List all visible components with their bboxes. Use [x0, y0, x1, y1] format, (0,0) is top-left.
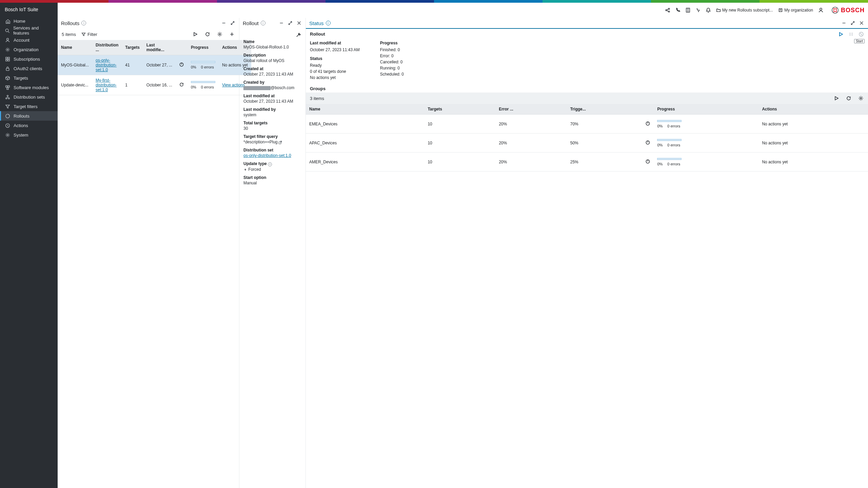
progress-scheduled: Scheduled: 0 — [380, 71, 404, 77]
notifications-icon[interactable] — [704, 6, 713, 15]
table-row[interactable]: AMER_Devices1020%25%0%0 errorsNo actions… — [306, 152, 868, 171]
profile-icon[interactable] — [816, 6, 825, 15]
column-header[interactable]: Error ... — [495, 104, 567, 115]
stop-rollout-icon[interactable] — [859, 32, 864, 38]
status-panel: Status i Rollout — [306, 18, 868, 488]
expand-icon[interactable] — [287, 20, 293, 26]
organization-selector[interactable]: My organization — [776, 6, 815, 15]
play-icon[interactable] — [192, 31, 198, 37]
table-row[interactable]: EMEA_Devices1020%70%0%0 errorsNo actions… — [306, 115, 868, 134]
edit-icon[interactable] — [295, 32, 301, 38]
filter-label: Filter — [87, 32, 97, 37]
search-icon — [5, 28, 10, 33]
sidebar-item-account[interactable]: Account — [0, 35, 58, 45]
dist-link[interactable]: os-only-distribution-set:1.0 — [96, 58, 117, 72]
close-icon[interactable] — [296, 20, 302, 26]
rollouts-count: 5 items — [62, 32, 76, 37]
refresh-icon[interactable] — [846, 95, 852, 101]
sidebar-item-oauth2-clients[interactable]: OAuth2 clients — [0, 64, 58, 73]
phone-icon[interactable] — [673, 6, 682, 15]
refresh-icon[interactable] — [204, 31, 211, 37]
column-header[interactable] — [642, 104, 654, 115]
cell-trigger: 50% — [567, 134, 642, 152]
sidebar-item-distribution-sets[interactable]: Distribution sets — [0, 92, 58, 102]
column-header[interactable]: Last modifie... — [143, 40, 176, 55]
column-header[interactable]: Actions — [758, 104, 868, 115]
cell-actions: No actions yet — [758, 115, 868, 134]
start-rollout-icon[interactable] — [838, 32, 844, 38]
settings-icon[interactable] — [217, 31, 223, 37]
share-icon[interactable] — [663, 6, 672, 15]
filter-button[interactable]: Filter — [81, 32, 97, 37]
field-label: Target filter query — [243, 134, 301, 139]
sidebar-item-target-filters[interactable]: Target filters — [0, 102, 58, 111]
field-label: Progress — [380, 40, 404, 46]
pause-rollout-icon[interactable] — [848, 32, 854, 38]
minimize-icon[interactable] — [841, 20, 847, 26]
sidebar-item-targets[interactable]: Targets — [0, 73, 58, 83]
external-link-icon[interactable] — [278, 141, 282, 144]
sidebar-item-label: Subscriptions — [14, 57, 40, 62]
minimize-icon[interactable] — [278, 20, 284, 26]
subscription-selector[interactable]: My new Rollouts subscript... — [714, 6, 775, 15]
docs-icon[interactable] — [684, 6, 692, 15]
expand-icon[interactable] — [230, 20, 236, 26]
column-header[interactable]: Progress — [188, 40, 219, 55]
minimize-icon[interactable] — [221, 20, 227, 26]
column-header[interactable]: Trigge... — [567, 104, 642, 115]
expand-icon[interactable] — [850, 20, 856, 26]
info-icon[interactable]: i — [81, 21, 86, 25]
info-icon[interactable]: i — [326, 21, 331, 25]
rollout-description: Global rollout of MyOS — [243, 58, 301, 63]
funnel-icon — [5, 104, 10, 109]
sidebar-nav: HomeServices and featuresAccountOrganiza… — [0, 16, 58, 140]
cell-status — [176, 55, 188, 75]
settings-icon[interactable] — [858, 95, 864, 101]
play-icon[interactable] — [833, 95, 840, 101]
cell-name: EMEA_Devices — [306, 115, 424, 134]
add-icon[interactable] — [229, 31, 235, 37]
sidebar-item-software-modules[interactable]: Software modules — [0, 83, 58, 92]
dist-link[interactable]: My-first-distribution-set:1.0 — [96, 78, 117, 92]
close-icon[interactable] — [859, 20, 865, 26]
gear-icon — [5, 47, 10, 52]
status-done: 0 of 41 targets done — [310, 68, 360, 75]
rollout-icon — [5, 113, 10, 119]
table-row[interactable]: Update-devic...My-first-distribution-set… — [58, 75, 251, 95]
sidebar-item-organization[interactable]: Organization — [0, 45, 58, 54]
cell-status — [642, 134, 654, 152]
cell-dist: My-first-distribution-set:1.0 — [92, 75, 122, 95]
cell-trigger: 25% — [567, 152, 642, 171]
column-header[interactable]: Distribution ... — [92, 40, 122, 55]
info-icon[interactable]: i — [268, 162, 272, 166]
sidebar-item-services-and-features[interactable]: Services and features — [0, 26, 58, 35]
info-icon[interactable]: i — [261, 21, 265, 25]
bosch-ring-icon — [831, 6, 839, 14]
status-panel-title: Status — [309, 20, 324, 26]
rollout-total: 30 — [243, 126, 301, 131]
cell-error: 20% — [495, 134, 567, 152]
column-header[interactable]: Progress — [654, 104, 758, 115]
column-header[interactable]: Targets — [424, 104, 495, 115]
sidebar-item-actions[interactable]: Actions — [0, 121, 58, 130]
sidebar-item-subscriptions[interactable]: Subscriptions — [0, 54, 58, 64]
column-header[interactable]: Name — [306, 104, 424, 115]
rollout-dist-link[interactable]: os-only-distribution-set:1.0 — [243, 153, 291, 158]
sidebar-item-system[interactable]: System — [0, 130, 58, 140]
sidebar-item-label: OAuth2 clients — [14, 66, 42, 71]
cell-progress: 0%0 errors — [188, 55, 219, 75]
column-header[interactable]: Targets — [122, 40, 143, 55]
sidebar-item-label: Home — [14, 19, 25, 24]
start-chip: Start — [854, 39, 865, 43]
table-row[interactable]: MyOS-Global...os-only-distribution-set:1… — [58, 55, 251, 75]
progress-bar — [657, 158, 682, 160]
sidebar-item-home[interactable]: Home — [0, 16, 58, 26]
sidebar-item-rollouts[interactable]: Rollouts — [0, 111, 58, 121]
table-row[interactable]: APAC_Devices1020%50%0%0 errorsNo actions… — [306, 134, 868, 152]
sidebar-item-label: Organization — [14, 47, 39, 52]
column-header[interactable]: Name — [58, 40, 92, 55]
sidebar-item-label: Software modules — [14, 85, 49, 90]
column-header[interactable] — [176, 40, 188, 55]
progress-running: Running: 0 — [380, 65, 404, 71]
legal-icon[interactable] — [694, 6, 703, 15]
